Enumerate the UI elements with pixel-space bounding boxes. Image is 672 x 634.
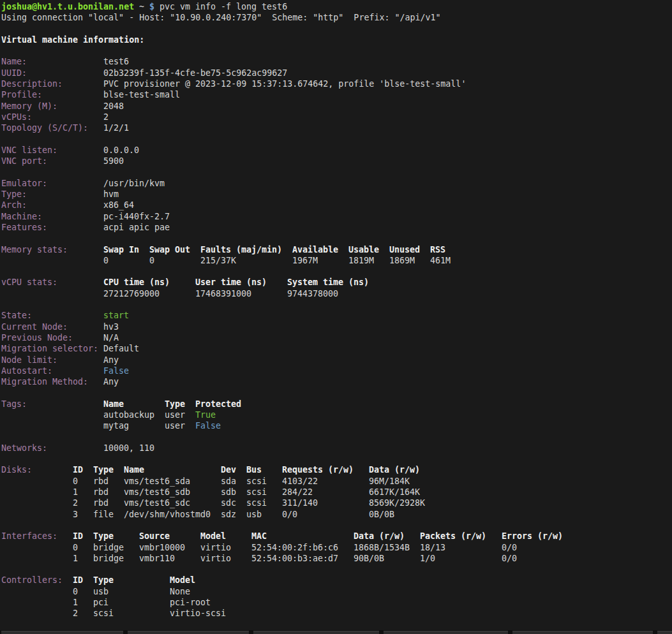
vcpus-row: vCPUs:2 — [0, 112, 672, 122]
interface-row-1-seg-0: 1 — [73, 553, 78, 564]
vcpu-stats-header: vCPU stats:CPU time (ns)User time (ns)Sy… — [0, 277, 672, 288]
profile-row-seg-1: blse-test-small — [103, 89, 180, 100]
autostart-row-seg-0: Autostart: — [1, 365, 52, 376]
connection-info: Using connection "local" - Host: "10.90.… — [0, 12, 672, 23]
networks-row-seg-1: 10000, 110 — [103, 443, 154, 453]
vcpu-stats-header-seg-0: vCPU stats: — [1, 277, 57, 288]
migration-method-row: Migration Method:Any — [0, 376, 672, 387]
node-limit-row-seg-1: Any — [103, 355, 119, 365]
taskbar-button-4[interactable] — [512, 631, 653, 634]
disk-row-3-seg-6: 0B/0B — [369, 509, 394, 520]
blank — [0, 619, 672, 630]
interface-row-0-seg-6: 18/13 — [420, 542, 445, 553]
memory-stats-values-seg-2: 215/37K — [200, 255, 236, 266]
memory-stats-values-seg-6: 461M — [430, 255, 451, 266]
migration-selector-row-seg-0: Migration selector: — [1, 343, 98, 354]
tag-row-mytag-seg-1: user — [165, 420, 185, 431]
disk-row-3-seg-0: 3 — [73, 509, 78, 520]
uuid-row-seg-0: UUID: — [1, 68, 27, 78]
disk-row-2-seg-2: vms/test6_sdc — [124, 498, 190, 508]
disk-row-3-seg-1: file — [93, 509, 114, 520]
controllers-header: Controllers:IDTypeModel — [0, 575, 672, 586]
node-limit-row: Node limit:Any — [0, 355, 672, 365]
vm-info-title: Virtual machine information: — [0, 34, 672, 45]
interface-row-0-seg-1: bridge — [93, 542, 124, 553]
taskbar-strip — [0, 630, 672, 634]
arch-row-seg-0: Arch: — [1, 200, 27, 210]
disks-header: Disks:IDTypeNameDevBusRequests (r/w)Data… — [0, 464, 672, 475]
interface-row-1-seg-3: virtio — [200, 553, 231, 564]
interface-row-1: 1bridgevmbr110virtio52:54:00:b3:ae:d790B… — [0, 553, 672, 564]
taskbar-button-5[interactable] — [657, 631, 672, 634]
tags-header-seg-0: Tags: — [1, 399, 27, 409]
state-row-seg-0: State: — [1, 310, 32, 321]
profile-row: Profile:blse-test-small — [0, 89, 672, 100]
interface-row-1-seg-2: vmbr110 — [139, 553, 175, 564]
topology-row-seg-0: Topology (S/C/T): — [1, 122, 88, 133]
controllers-header-seg-1: ID — [73, 575, 83, 586]
features-row-seg-1: acpi apic pae — [103, 222, 170, 233]
tag-row-mytag: mytaguserFalse — [0, 420, 672, 431]
blank — [0, 453, 672, 464]
controller-row-1-seg-1: pci — [93, 597, 108, 608]
disks-header-seg-3: Name — [124, 464, 144, 475]
memory-stats-values: 00215/37K1967M1819M1869M461M — [0, 255, 672, 266]
vcpus-row-seg-1: 2 — [103, 112, 108, 122]
blank — [0, 520, 672, 531]
interface-row-1-seg-4: 52:54:00:b3:ae:d7 — [251, 553, 338, 564]
tag-row-autobackup-seg-2: True — [195, 409, 216, 420]
memory-stats-header-seg-2: Swap Out — [149, 244, 190, 255]
memory-stats-header-seg-6: Unused — [389, 244, 420, 255]
connection-info-seg-0: Using connection "local" - Host: "10.90.… — [1, 12, 440, 23]
disks-header-seg-6: Requests (r/w) — [282, 464, 354, 475]
disk-row-3-seg-4: usb — [246, 509, 262, 520]
type-row-seg-1: hvm — [103, 189, 119, 200]
disk-row-2-seg-3: sdc — [221, 498, 236, 508]
memory-stats-header-seg-3: Faults (maj/min) — [200, 244, 282, 255]
interfaces-header-seg-1: ID — [73, 531, 83, 542]
migration-selector-row: Migration selector:Default — [0, 343, 672, 354]
disk-row-2: 2rbdvms/test6_sdcsdcscsi311/1408569K/292… — [0, 498, 672, 508]
prompt-line-1: joshua@hv1.t.u.bonilan.net~$pvc vm info … — [0, 1, 672, 12]
interfaces-header-seg-2: Type — [93, 531, 114, 542]
interface-row-0-seg-3: virtio — [200, 542, 231, 553]
node-limit-row-seg-0: Node limit: — [1, 355, 57, 365]
taskbar-button-3[interactable] — [384, 631, 508, 634]
blank — [0, 24, 672, 34]
disk-row-3-seg-5: 0/0 — [282, 509, 297, 520]
interface-row-1-seg-6: 1/0 — [420, 553, 435, 564]
controller-row-2-seg-1: scsi — [93, 608, 114, 619]
disk-row-3-seg-3: sdz — [221, 509, 236, 520]
topology-row-seg-1: 1/2/1 — [103, 122, 129, 133]
tag-row-autobackup-seg-1: user — [165, 409, 185, 420]
interfaces-header-seg-7: Packets (r/w) — [420, 531, 486, 542]
taskbar-button-2[interactable] — [253, 631, 379, 634]
vnc-listen-row-seg-1: 0.0.0.0 — [103, 145, 139, 156]
vnc-port-row-seg-0: VNC port: — [1, 156, 47, 166]
name-row-seg-1: test6 — [103, 56, 129, 67]
terminal-window[interactable]: joshua@hv1.t.u.bonilan.net~$pvc vm info … — [0, 0, 672, 630]
controllers-header-seg-2: Type — [93, 575, 114, 586]
features-row-seg-0: Features: — [1, 222, 47, 233]
disk-row-2-seg-1: rbd — [93, 498, 108, 508]
disk-row-1-seg-5: 284/22 — [282, 487, 313, 498]
vcpu-stats-values: 27212769000174683910009744378000 — [0, 288, 672, 299]
topology-row: Topology (S/C/T):1/2/1 — [0, 122, 672, 133]
controller-row-0: 0usbNone — [0, 586, 672, 597]
prompt-line-1-seg-1: ~ — [139, 1, 144, 12]
taskbar-button-0[interactable] — [1, 631, 123, 634]
vm-info-title-seg-0: Virtual machine information: — [1, 34, 144, 45]
profile-row-seg-0: Profile: — [1, 89, 42, 100]
interface-row-0-seg-4: 52:54:00:2f:b6:c6 — [251, 542, 338, 553]
features-row: Features:acpi apic pae — [0, 222, 672, 233]
blank — [0, 233, 672, 244]
tag-row-autobackup-seg-0: autobackup — [103, 409, 154, 420]
state-row: State:start — [0, 310, 672, 321]
blank — [0, 166, 672, 177]
memory-stats-header-seg-5: Usable — [348, 244, 379, 255]
interface-row-0-seg-0: 0 — [73, 542, 78, 553]
taskbar-button-1[interactable] — [128, 631, 249, 634]
disks-header-seg-5: Bus — [246, 464, 262, 475]
blank — [0, 387, 672, 398]
vcpu-stats-values-seg-0: 27212769000 — [103, 288, 160, 299]
